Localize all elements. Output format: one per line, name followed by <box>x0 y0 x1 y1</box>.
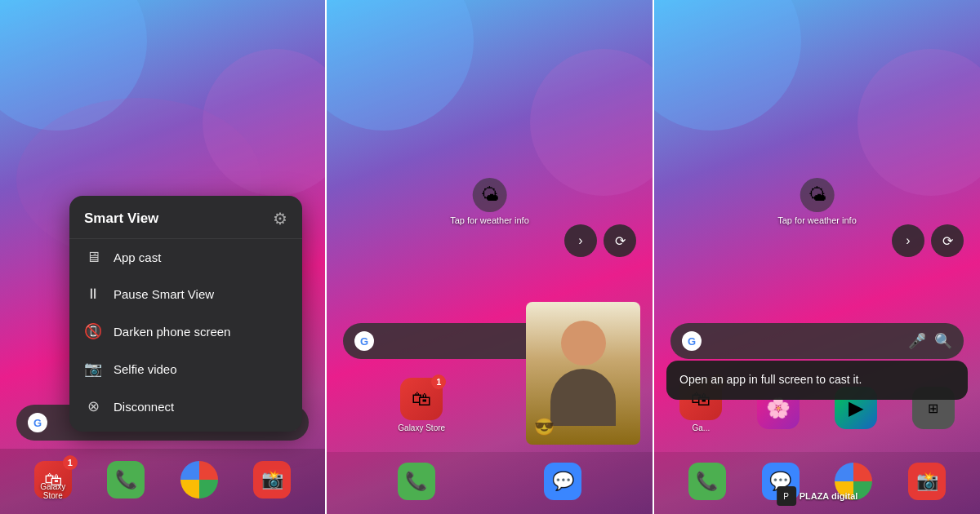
weather-label-2: Tap for weather info <box>450 215 529 225</box>
panel3-background <box>654 0 980 514</box>
pause-label: Pause Smart View <box>114 287 214 301</box>
disconnect-icon: ⊗ <box>84 397 102 415</box>
google-logo-3: G <box>682 331 702 351</box>
logo-text: PLAZA digital <box>800 491 858 501</box>
cast-icon-3[interactable]: ⟳ <box>931 224 964 257</box>
smart-view-popup: Smart View ⚙ 🖥 App cast ⏸ Pause Smart Vi… <box>69 196 302 432</box>
darken-label: Darken phone screen <box>114 325 230 339</box>
menu-item-pause[interactable]: ⏸ Pause Smart View <box>69 276 302 312</box>
menu-item-disconnect[interactable]: ⊗ Disconnect <box>69 388 302 425</box>
galaxy-label-3: Ga... <box>693 423 710 432</box>
forward-btn-3[interactable]: › <box>892 224 924 257</box>
messages-icon-2[interactable]: 💬 <box>541 460 584 503</box>
badge-galaxy-store: 1 <box>63 455 78 470</box>
bottom-dock-2: 📞 💬 <box>327 452 653 514</box>
app-galaxy-store-2[interactable]: 🛍 1 Galaxy Store <box>398 378 445 432</box>
weather-widget-3[interactable]: 🌤 Tap for weather info <box>777 178 857 225</box>
cast-icon-2[interactable]: ⟳ <box>604 224 636 257</box>
search-bar-3[interactable]: G 🎤 🔍 <box>670 323 964 359</box>
weather-icon-3: 🌤 <box>800 178 835 212</box>
phone-panel-2: 🌤 Tap for weather info › ⟳ G 🎤 🔍 🛍 1 Gal… <box>327 0 654 514</box>
galaxy-store-label-2: Galaxy Store <box>398 423 445 432</box>
pause-icon: ⏸ <box>84 286 102 303</box>
google-logo: G <box>28 413 47 432</box>
cast-tooltip: Open an app in full screen to cast it. <box>666 361 968 400</box>
camera-icon[interactable]: 📸 <box>251 459 293 501</box>
camera-preview: 😎 <box>526 302 640 445</box>
cast-btn-row-2: › ⟳ <box>564 224 636 257</box>
popup-title: Smart View <box>84 210 158 227</box>
bottom-dock-1: 🛍 1 Galaxy Store 📞 📸 <box>0 449 325 514</box>
phone-panel-1: Smart View ⚙ 🖥 App cast ⏸ Pause Smart Vi… <box>0 0 327 514</box>
phone-panel-3: 🌤 Tap for weather info › ⟳ G 🎤 🔍 🛍 1 Ga.… <box>654 0 980 514</box>
forward-btn-2[interactable]: › <box>564 224 597 257</box>
galaxy-store-icon[interactable]: 🛍 1 Galaxy Store <box>32 459 74 501</box>
google-logo-2: G <box>354 331 374 351</box>
person-body <box>550 369 616 426</box>
phone-icon-3[interactable]: 📞 <box>686 460 728 503</box>
appcast-icon: 🖥 <box>84 249 102 266</box>
person-figure: 😎 <box>526 302 640 445</box>
menu-item-darken[interactable]: 📵 Darken phone screen <box>69 312 302 350</box>
menu-item-appcast[interactable]: 🖥 App cast <box>69 239 302 276</box>
menu-item-selfie[interactable]: 📷 Selfie video <box>69 350 302 388</box>
lens-icon-3[interactable]: 🔍 <box>934 332 952 350</box>
chrome-icon[interactable] <box>178 459 220 501</box>
appcast-label: App cast <box>114 250 161 264</box>
disconnect-label: Disconnect <box>114 400 174 414</box>
phone-icon[interactable]: 📞 <box>105 459 147 501</box>
tooltip-text: Open an app in full screen to cast it. <box>679 373 862 386</box>
watermark: P PLAZA digital <box>777 486 858 506</box>
person-head <box>561 321 606 366</box>
selfie-label: Selfie video <box>114 362 177 376</box>
weather-icon-2: 🌤 <box>473 178 507 212</box>
gear-icon[interactable]: ⚙ <box>273 209 287 228</box>
mic-icon-3[interactable]: 🎤 <box>908 332 926 350</box>
camera-icon-3[interactable]: 📸 <box>906 460 948 503</box>
phone-icon-2[interactable]: 📞 <box>395 460 438 503</box>
cast-btn-row-3: › ⟳ <box>892 224 964 257</box>
popup-header: Smart View ⚙ <box>69 209 302 239</box>
weather-label-3: Tap for weather info <box>777 215 857 225</box>
selfie-icon: 📷 <box>84 360 102 378</box>
weather-widget-2[interactable]: 🌤 Tap for weather info <box>450 178 529 225</box>
darken-icon: 📵 <box>84 322 102 340</box>
